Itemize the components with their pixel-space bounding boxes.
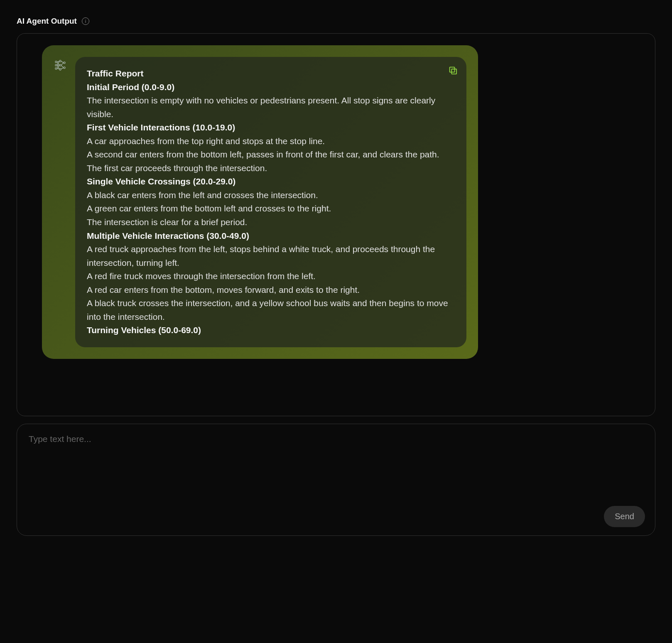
svg-point-7 xyxy=(64,67,65,69)
input-panel: Send xyxy=(17,424,655,536)
report-section-line: A red fire truck moves through the inter… xyxy=(87,270,455,283)
svg-line-18 xyxy=(61,68,64,69)
svg-point-0 xyxy=(55,61,57,63)
agent-message-card: Traffic ReportInitial Period (0.0-9.0)Th… xyxy=(42,45,478,359)
report-content-box: Traffic ReportInitial Period (0.0-9.0)Th… xyxy=(75,57,466,347)
report-section-line: A car approaches from the top right and … xyxy=(87,135,455,148)
svg-line-15 xyxy=(61,61,64,63)
svg-point-3 xyxy=(59,60,61,62)
report-section-line: A red truck approaches from the left, st… xyxy=(87,243,455,270)
report-section-line: The first car proceeds through the inter… xyxy=(87,162,455,175)
svg-point-2 xyxy=(55,68,57,69)
report-section-line: A black truck crosses the intersection, … xyxy=(87,297,455,324)
send-button[interactable]: Send xyxy=(604,506,645,527)
report-section-heading: Turning Vehicles (50.0-69.0) xyxy=(87,324,455,337)
report-section-line: The intersection is empty with no vehicl… xyxy=(87,94,455,121)
copy-icon[interactable] xyxy=(448,65,457,74)
svg-point-1 xyxy=(55,64,57,66)
svg-point-6 xyxy=(64,62,65,64)
report-section-heading: Single Vehicle Crossings (20.0-29.0) xyxy=(87,175,455,189)
report-section-line: The intersection is clear for a brief pe… xyxy=(87,216,455,229)
report-section-heading: Traffic Report xyxy=(87,67,455,81)
info-icon[interactable]: i xyxy=(82,17,89,25)
report-section-heading: First Vehicle Interactions (10.0-19.0) xyxy=(87,121,455,135)
page-title: AI Agent Output xyxy=(17,17,77,26)
svg-line-14 xyxy=(57,69,59,69)
report-section-heading: Multiple Vehicle Interactions (30.0-49.0… xyxy=(87,229,455,243)
report-section-line: A second car enters from the bottom left… xyxy=(87,148,455,162)
svg-line-16 xyxy=(61,63,64,65)
header-row: AI Agent Output i xyxy=(17,17,655,26)
report-section-heading: Initial Period (0.0-9.0) xyxy=(87,81,455,94)
report-section-line: A black car enters from the left and cro… xyxy=(87,189,455,202)
svg-rect-19 xyxy=(450,67,455,72)
svg-rect-20 xyxy=(451,69,456,74)
report-section-line: A green car enters from the bottom left … xyxy=(87,202,455,216)
report-section-line: A red car enters from the bottom, moves … xyxy=(87,283,455,297)
message-input[interactable] xyxy=(29,434,643,525)
agent-network-icon xyxy=(54,59,67,72)
output-panel: Traffic ReportInitial Period (0.0-9.0)Th… xyxy=(17,33,655,416)
svg-point-5 xyxy=(59,69,61,70)
output-scroll-area[interactable]: Traffic ReportInitial Period (0.0-9.0)Th… xyxy=(17,34,655,416)
svg-line-17 xyxy=(61,65,64,68)
svg-point-4 xyxy=(59,64,61,66)
